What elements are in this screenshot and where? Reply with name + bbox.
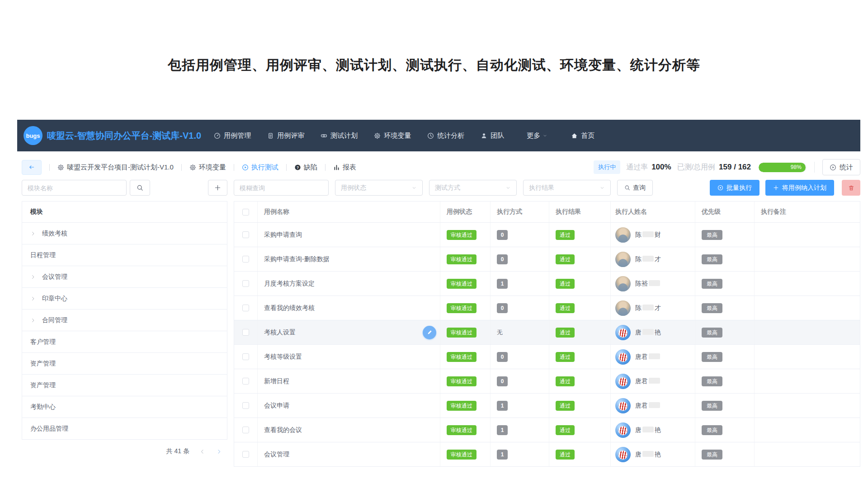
tab-defects[interactable]: ? 缺陷: [294, 163, 317, 172]
priority-cell: 最高: [695, 223, 755, 247]
sidebar-item-资产管理[interactable]: 资产管理: [22, 353, 227, 375]
stats-button[interactable]: 统计: [822, 159, 860, 175]
chevron-right-icon[interactable]: [30, 274, 36, 280]
row-checkbox[interactable]: [242, 280, 249, 287]
exec-method-cell: 1: [491, 418, 549, 442]
exec-result-select[interactable]: 执行结果: [523, 180, 611, 196]
table-row[interactable]: 会议申请审核通过1通过唐君最高: [234, 394, 860, 418]
tested-label: 已测/总用例: [677, 163, 715, 172]
case-status-cell: 审核通过: [440, 223, 491, 247]
status-badge-running: 执行中: [594, 160, 620, 174]
exec-result-badge: 通过: [556, 230, 575, 240]
chevron-right-icon[interactable]: [30, 318, 36, 323]
row-checkbox[interactable]: [242, 305, 249, 311]
row-checkbox[interactable]: [242, 427, 249, 433]
edit-case-button[interactable]: [423, 326, 436, 339]
fuzzy-search-input[interactable]: [234, 180, 329, 196]
row-checkbox[interactable]: [242, 451, 249, 458]
sidebar-item-印章中心[interactable]: 印章中心: [22, 288, 227, 310]
nav-item-home[interactable]: 首页: [571, 131, 594, 140]
tab-execute-test[interactable]: 执行测试: [242, 163, 278, 172]
row-checkbox-cell: [234, 369, 258, 393]
row-checkbox[interactable]: [242, 378, 249, 385]
chevron-right-icon[interactable]: [30, 231, 36, 236]
sidebar-item-会议管理[interactable]: 会议管理: [22, 266, 227, 288]
row-checkbox[interactable]: [242, 353, 249, 360]
exec-result-cell: 通过: [549, 247, 611, 271]
table-row[interactable]: 查看我的会议审核通过1通过唐艳最高: [234, 418, 860, 442]
nav-item-环境变量[interactable]: 环境变量: [374, 131, 411, 140]
case-status-badge: 审核通过: [447, 352, 476, 362]
app-logo: bugs: [24, 126, 42, 145]
column-header-label: 执行备注: [761, 208, 786, 216]
project-plan-item[interactable]: 唛盟云开发平台项目-测试计划-V1.0: [57, 163, 174, 172]
sidebar-item-客户管理[interactable]: 客户管理: [22, 331, 227, 353]
back-button[interactable]: [22, 160, 42, 175]
nav-item-团队[interactable]: 团队: [481, 131, 504, 140]
redacted-text: [649, 402, 660, 408]
batch-execute-button[interactable]: 批量执行: [710, 180, 760, 196]
arrow-left-icon: [28, 164, 35, 170]
priority-cell: 最高: [695, 247, 755, 271]
redacted-text: [642, 451, 654, 457]
case-name-cell: 会议申请: [258, 394, 440, 418]
add-cases-to-plan-button[interactable]: 将用例纳入计划: [765, 180, 834, 196]
add-module-button[interactable]: [208, 180, 227, 196]
user-photo-avatar: [615, 227, 631, 243]
nav-item-label: 团队: [491, 131, 504, 140]
table-row[interactable]: 采购申请查询-删除数据审核通过0通过陈才最高: [234, 247, 860, 272]
divider: [286, 164, 287, 171]
table-row[interactable]: 月度考核方案设定审核通过1通过陈裕最高: [234, 272, 860, 296]
priority-cell: 最高: [695, 345, 755, 369]
case-status-badge: 审核通过: [447, 401, 476, 411]
case-name: 采购申请查询-删除数据: [264, 255, 330, 263]
row-checkbox-cell: [234, 418, 258, 442]
nav-item-用例管理[interactable]: 用例管理: [214, 131, 251, 140]
sidebar-item-合同管理[interactable]: 合同管理: [22, 310, 227, 331]
query-button[interactable]: 查询: [617, 180, 653, 196]
table-row[interactable]: 查看我的绩效考核审核通过0通过陈才最高: [234, 296, 860, 320]
logo-avatar: [615, 422, 631, 438]
select-all-checkbox[interactable]: [242, 209, 249, 216]
row-checkbox[interactable]: [242, 231, 249, 238]
chevron-right-icon[interactable]: [30, 296, 36, 301]
progress-bar: 98%: [759, 163, 807, 172]
module-search-button[interactable]: [130, 180, 150, 196]
table-row[interactable]: 考核等级设置审核通过0通过唐君最高: [234, 345, 860, 369]
case-status-cell: 审核通过: [440, 369, 491, 393]
nav-item-测试计划[interactable]: 测试计划: [321, 131, 358, 140]
table-row[interactable]: 会议管理审核通过1通过唐艳最高: [234, 442, 860, 467]
nav-item-统计分析[interactable]: 统计分析: [427, 131, 464, 140]
tab-env-vars[interactable]: 环境变量: [189, 163, 226, 172]
case-status-badge: 审核通过: [447, 425, 476, 435]
exec-note-cell: [755, 296, 860, 320]
sidebar-item-绩效考核[interactable]: 绩效考核: [22, 223, 227, 244]
nav-item-more[interactable]: 更多: [527, 131, 547, 140]
nav-item-用例评审[interactable]: 用例评审: [267, 131, 304, 140]
row-checkbox-cell: [234, 345, 258, 369]
next-page-button[interactable]: [215, 448, 223, 455]
case-name-cell: 查看我的会议: [258, 418, 440, 442]
total-count: 共 41 条: [166, 447, 189, 455]
exec-result-cell: 通过: [549, 369, 611, 393]
exec-method-badge: 1: [497, 279, 508, 289]
delete-button[interactable]: [842, 180, 860, 196]
case-status-select[interactable]: 用例状态: [335, 180, 423, 196]
exec-method-cell: 0: [491, 345, 549, 369]
row-checkbox[interactable]: [242, 256, 249, 263]
row-checkbox[interactable]: [242, 402, 249, 409]
exec-note-cell: [755, 442, 860, 466]
test-method-select[interactable]: 测试方式: [429, 180, 517, 196]
sidebar-item-资产管理[interactable]: 资产管理: [22, 375, 227, 396]
module-name-input[interactable]: [22, 180, 127, 196]
executor-name: 陈财: [635, 231, 661, 239]
prev-page-button[interactable]: [198, 448, 206, 455]
row-checkbox[interactable]: [242, 329, 249, 336]
table-row[interactable]: 采购申请查询审核通过0通过陈财最高: [234, 223, 860, 247]
table-row[interactable]: 新增日程审核通过0通过唐君最高: [234, 369, 860, 394]
sidebar-item-考勤中心[interactable]: 考勤中心: [22, 396, 227, 418]
table-row[interactable]: 考核人设置审核通过无通过唐艳最高: [234, 320, 860, 345]
sidebar-item-日程管理[interactable]: 日程管理: [22, 244, 227, 266]
tab-reports[interactable]: 报表: [333, 163, 356, 172]
sidebar-item-办公用品管理[interactable]: 办公用品管理: [22, 418, 227, 440]
